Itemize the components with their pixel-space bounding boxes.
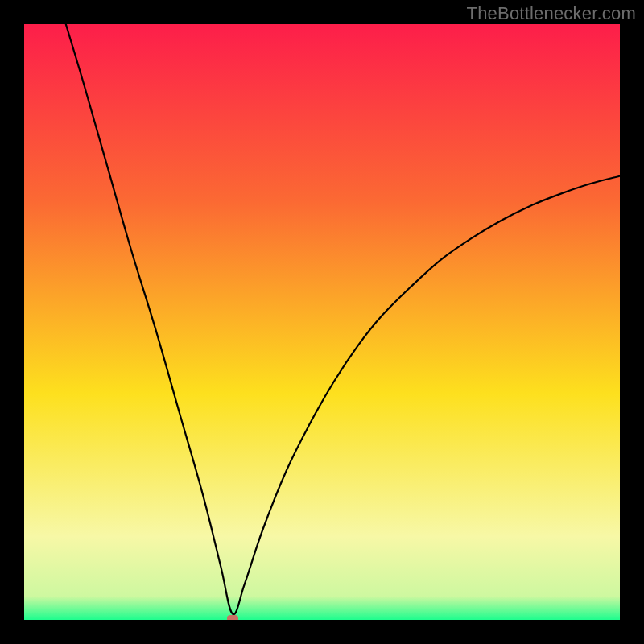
plot-area [24,24,620,620]
minimum-marker [227,615,238,620]
chart-frame: TheBottlenecker.com [0,0,644,644]
gradient-background [24,24,620,620]
chart-svg [24,24,620,620]
watermark-text: TheBottlenecker.com [467,3,636,24]
